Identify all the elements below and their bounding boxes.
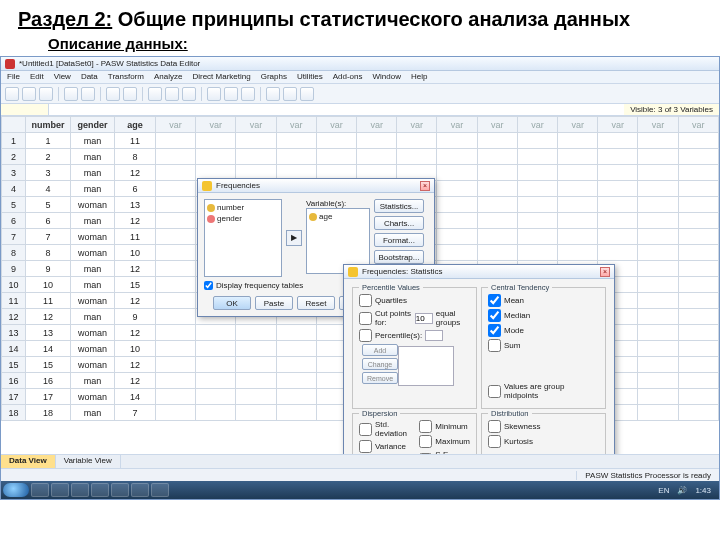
taskbar-app-icon[interactable] (31, 483, 49, 497)
empty-cell[interactable] (598, 181, 638, 197)
cell-number[interactable]: 18 (26, 405, 71, 421)
row-header[interactable]: 9 (2, 261, 26, 277)
cell-number[interactable]: 5 (26, 197, 71, 213)
empty-cell[interactable] (638, 229, 678, 245)
empty-cell[interactable] (276, 341, 316, 357)
menu-analyze[interactable]: Analyze (154, 72, 182, 82)
empty-cell[interactable] (156, 181, 196, 197)
empty-cell[interactable] (517, 229, 557, 245)
empty-cell[interactable] (196, 341, 236, 357)
empty-cell[interactable] (678, 245, 718, 261)
empty-cell[interactable] (156, 213, 196, 229)
cell-gender[interactable]: man (70, 149, 114, 165)
skewness-checkbox[interactable]: Skewness (488, 420, 599, 433)
close-icon[interactable]: × (420, 181, 430, 191)
cell-age[interactable]: 12 (115, 213, 156, 229)
empty-cell[interactable] (156, 325, 196, 341)
taskbar-app-icon[interactable] (151, 483, 169, 497)
tool-redo-icon[interactable] (81, 87, 95, 101)
col-var[interactable]: var (316, 117, 356, 133)
menu-edit[interactable]: Edit (30, 72, 44, 82)
empty-cell[interactable] (517, 181, 557, 197)
table-row[interactable]: 11man11 (2, 133, 719, 149)
empty-cell[interactable] (316, 133, 356, 149)
empty-cell[interactable] (598, 213, 638, 229)
cell-age[interactable]: 12 (115, 261, 156, 277)
empty-cell[interactable] (638, 293, 678, 309)
row-header[interactable]: 15 (2, 357, 26, 373)
empty-cell[interactable] (477, 165, 517, 181)
row-header[interactable]: 4 (2, 181, 26, 197)
menu-graphs[interactable]: Graphs (261, 72, 287, 82)
empty-cell[interactable] (156, 197, 196, 213)
menu-file[interactable]: File (7, 72, 20, 82)
empty-cell[interactable] (517, 197, 557, 213)
empty-cell[interactable] (357, 133, 397, 149)
cell-gender[interactable]: man (70, 133, 114, 149)
mode-checkbox[interactable]: Mode (488, 324, 599, 337)
tool-open-icon[interactable] (5, 87, 19, 101)
cell-age[interactable]: 10 (115, 245, 156, 261)
empty-cell[interactable] (638, 389, 678, 405)
menu-addons[interactable]: Add-ons (333, 72, 363, 82)
empty-cell[interactable] (437, 229, 477, 245)
tool-split-icon[interactable] (182, 87, 196, 101)
col-var[interactable]: var (437, 117, 477, 133)
menu-data[interactable]: Data (81, 72, 98, 82)
percentile-listbox[interactable] (398, 346, 454, 386)
mean-checkbox[interactable]: Mean (488, 294, 599, 307)
tray-sound-icon[interactable]: 🔊 (677, 486, 687, 495)
empty-cell[interactable] (156, 389, 196, 405)
empty-cell[interactable] (678, 149, 718, 165)
col-var[interactable]: var (276, 117, 316, 133)
cell-age[interactable]: 12 (115, 165, 156, 181)
col-var[interactable]: var (196, 117, 236, 133)
cell-gender[interactable]: man (70, 405, 114, 421)
row-header[interactable]: 18 (2, 405, 26, 421)
empty-cell[interactable] (678, 325, 718, 341)
empty-cell[interactable] (477, 133, 517, 149)
row-header[interactable]: 12 (2, 309, 26, 325)
empty-cell[interactable] (558, 133, 598, 149)
col-var[interactable]: var (477, 117, 517, 133)
format-button[interactable]: Format... (374, 233, 424, 247)
cutpoints-input[interactable] (415, 313, 433, 324)
empty-cell[interactable] (156, 165, 196, 181)
cell-age[interactable]: 11 (115, 229, 156, 245)
empty-cell[interactable] (437, 213, 477, 229)
empty-cell[interactable] (276, 357, 316, 373)
cell-gender[interactable]: man (70, 277, 114, 293)
empty-cell[interactable] (477, 229, 517, 245)
row-header[interactable]: 16 (2, 373, 26, 389)
cell-number[interactable]: 9 (26, 261, 71, 277)
paste-button[interactable]: Paste (255, 296, 293, 310)
empty-cell[interactable] (156, 293, 196, 309)
empty-cell[interactable] (196, 325, 236, 341)
empty-cell[interactable] (156, 149, 196, 165)
col-var[interactable]: var (678, 117, 718, 133)
empty-cell[interactable] (156, 277, 196, 293)
col-var[interactable]: var (558, 117, 598, 133)
cell-gender[interactable]: man (70, 181, 114, 197)
bootstrap-button[interactable]: Bootstrap... (374, 250, 424, 264)
cell-number[interactable]: 7 (26, 229, 71, 245)
reset-button[interactable]: Reset (297, 296, 335, 310)
empty-cell[interactable] (437, 181, 477, 197)
row-header[interactable]: 7 (2, 229, 26, 245)
empty-cell[interactable] (276, 325, 316, 341)
dialog-titlebar[interactable]: Frequencies: Statistics × (344, 265, 614, 279)
empty-cell[interactable] (316, 149, 356, 165)
remove-button[interactable]: Remove (362, 372, 398, 384)
cell-gender[interactable]: man (70, 309, 114, 325)
empty-cell[interactable] (397, 149, 437, 165)
cell-age[interactable]: 6 (115, 181, 156, 197)
tool-select-icon[interactable] (224, 87, 238, 101)
empty-cell[interactable] (437, 133, 477, 149)
empty-cell[interactable] (156, 405, 196, 421)
cell-gender[interactable]: woman (70, 325, 114, 341)
view-tabs[interactable]: Data View Variable View (1, 454, 719, 468)
tool-save-icon[interactable] (22, 87, 36, 101)
ok-button[interactable]: OK (213, 296, 251, 310)
empty-cell[interactable] (437, 149, 477, 165)
empty-cell[interactable] (558, 229, 598, 245)
